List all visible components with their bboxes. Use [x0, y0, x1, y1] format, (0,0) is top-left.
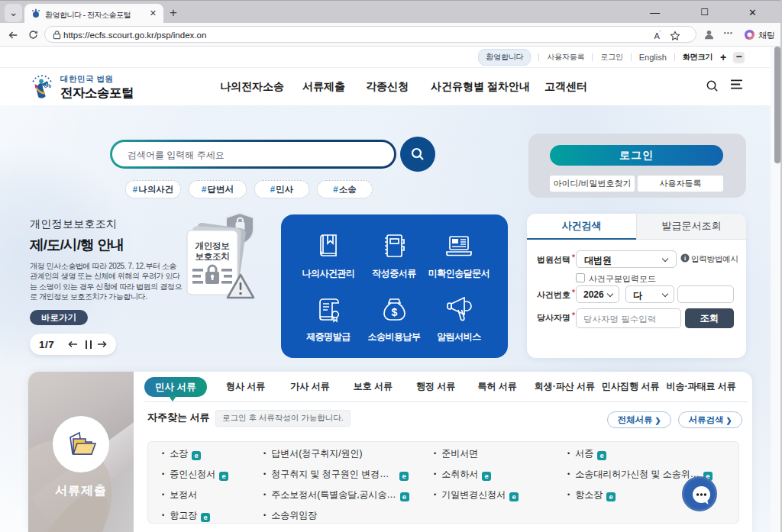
svg-text:보호조치: 보호조치 — [196, 252, 230, 261]
svg-text:$: $ — [392, 306, 398, 318]
svg-text:개인정보: 개인정보 — [196, 241, 230, 250]
